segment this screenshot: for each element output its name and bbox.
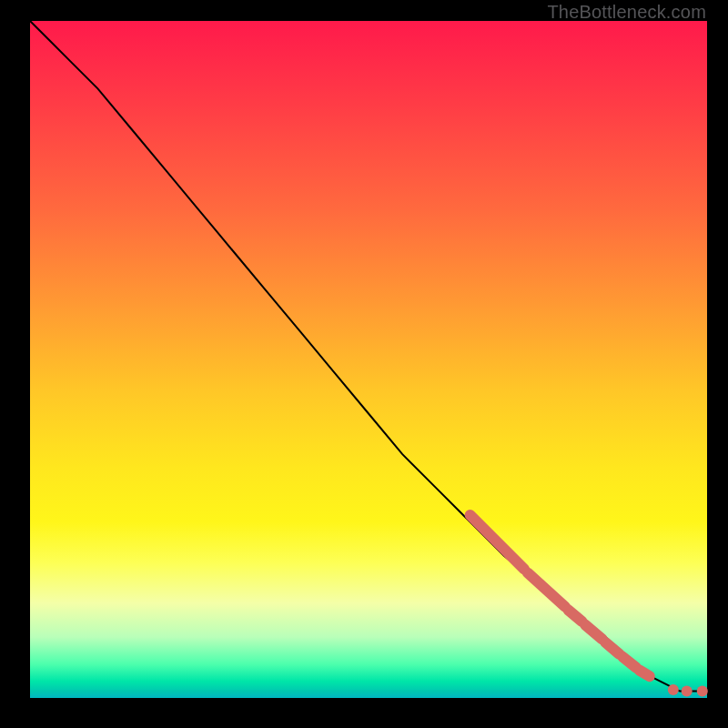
curve-line <box>30 21 707 692</box>
svg-point-0 <box>668 684 679 695</box>
plot-area <box>30 21 707 698</box>
svg-point-1 <box>682 686 693 697</box>
chart-frame: TheBottleneck.com <box>0 0 728 728</box>
highlight-dots <box>668 684 708 697</box>
svg-point-2 <box>697 686 708 697</box>
watermark-text: TheBottleneck.com <box>547 2 706 23</box>
highlight-segments <box>470 515 650 676</box>
chart-svg <box>30 21 707 698</box>
